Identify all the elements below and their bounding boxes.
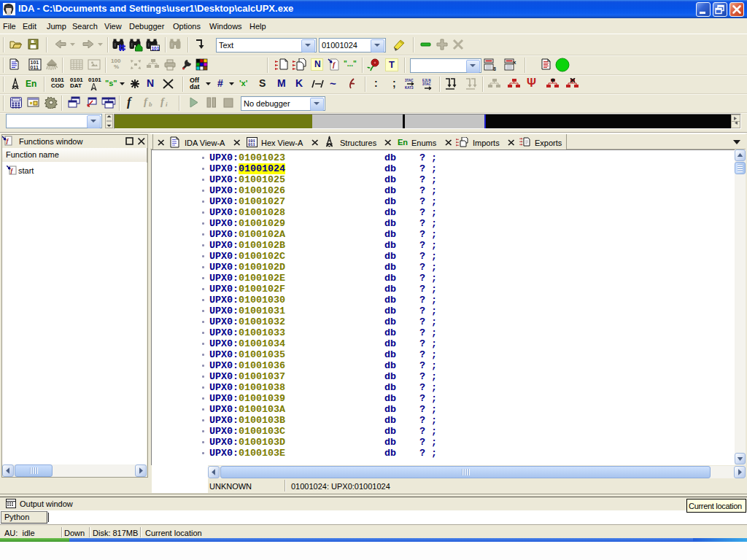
svg-text:3TAC: 3TAC (422, 82, 431, 86)
svg-text:101: 101 (152, 46, 160, 51)
svg-text:011: 011 (31, 65, 39, 70)
svg-text:101: 101 (31, 60, 39, 65)
svg-text:KAT3: KAT3 (405, 86, 414, 90)
svg-text:x: x (513, 59, 516, 66)
svg-text:011: 011 (248, 142, 256, 147)
svg-text:3TAC: 3TAC (405, 79, 414, 82)
svg-text:8: 8 (493, 66, 496, 71)
